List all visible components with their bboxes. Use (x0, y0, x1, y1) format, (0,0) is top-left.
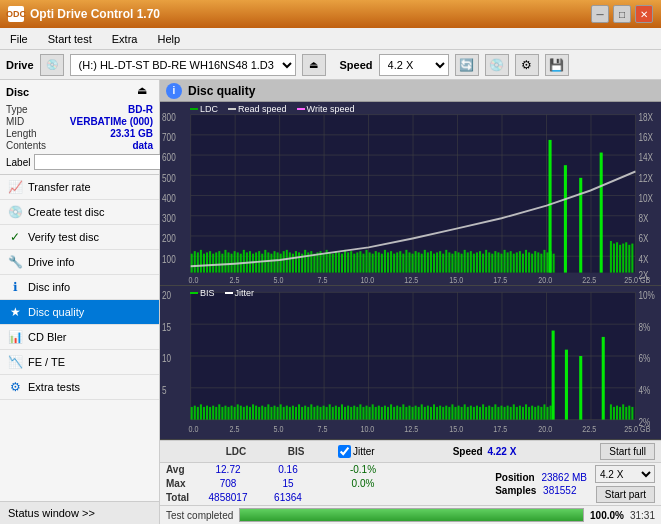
refresh-button[interactable]: 🔄 (455, 54, 479, 76)
disc-mid-value: VERBATIMe (000) (70, 116, 153, 127)
svg-rect-280 (448, 407, 450, 420)
main-layout: Disc ⏏ Type BD-R MID VERBATIMe (000) Len… (0, 80, 661, 524)
svg-rect-71 (347, 252, 349, 272)
menu-file[interactable]: File (4, 31, 34, 47)
jitter-checkbox[interactable] (338, 445, 351, 458)
disc-mid-row: MID VERBATIMe (000) (6, 116, 153, 127)
svg-text:15: 15 (162, 322, 171, 333)
svg-text:20.0: 20.0 (538, 425, 552, 435)
svg-rect-115 (482, 254, 484, 273)
svg-rect-266 (405, 407, 407, 420)
sidebar-item-verify-test-disc[interactable]: ✓ Verify test disc (0, 225, 159, 250)
svg-rect-32 (227, 252, 229, 272)
sidebar-item-disc-quality[interactable]: ★ Disc quality (0, 300, 159, 325)
menu-help[interactable]: Help (151, 31, 186, 47)
svg-rect-206 (221, 407, 223, 420)
sidebar-item-disc-info[interactable]: ℹ Disc info (0, 275, 159, 300)
svg-rect-147 (622, 244, 624, 273)
save-button[interactable]: 💾 (545, 54, 569, 76)
stats-avg-ldc: 12.72 (198, 464, 258, 475)
sidebar-item-create-test-disc[interactable]: 💿 Create test disc (0, 200, 159, 225)
settings-button[interactable]: ⚙ (515, 54, 539, 76)
fe-te-icon: 📉 (8, 355, 22, 369)
svg-rect-216 (252, 405, 254, 420)
sidebar-item-transfer-rate[interactable]: 📈 Transfer rate (0, 175, 159, 200)
sidebar-label-disc-info: Disc info (28, 281, 70, 293)
drive-select[interactable]: (H:) HL-DT-ST BD-RE WH16NS48 1.D3 (70, 54, 296, 76)
eject-button[interactable]: ⏏ (302, 54, 326, 76)
svg-rect-220 (264, 407, 266, 420)
sidebar-item-cd-bler[interactable]: 📊 CD Bler (0, 325, 159, 350)
stats-ldc-header: LDC (206, 446, 266, 457)
start-full-button[interactable]: Start full (600, 443, 655, 460)
svg-rect-92 (412, 254, 414, 273)
menu-extra[interactable]: Extra (106, 31, 144, 47)
svg-rect-122 (504, 250, 506, 273)
sidebar-item-extra-tests[interactable]: ⚙ Extra tests (0, 375, 159, 400)
svg-rect-54 (295, 251, 297, 272)
svg-text:300: 300 (162, 213, 176, 224)
disc-section: Disc ⏏ Type BD-R MID VERBATIMe (000) Len… (0, 80, 159, 175)
svg-rect-34 (234, 251, 236, 272)
svg-rect-228 (289, 407, 291, 420)
svg-rect-309 (537, 406, 539, 420)
speed-select[interactable]: 4.2 X (379, 54, 449, 76)
legend-bis: BIS (190, 288, 215, 298)
svg-rect-23 (200, 250, 202, 273)
disc-label-input[interactable] (34, 154, 167, 170)
disc-length-row: Length 23.31 GB (6, 128, 153, 139)
svg-rect-261 (390, 405, 392, 420)
svg-rect-96 (424, 250, 426, 273)
minimize-button[interactable]: ─ (591, 5, 609, 23)
svg-rect-134 (540, 254, 542, 273)
svg-rect-232 (301, 407, 303, 420)
svg-rect-217 (255, 406, 257, 420)
svg-rect-31 (224, 250, 226, 273)
disc-quality-header: i Disc quality (160, 80, 661, 102)
svg-rect-95 (421, 254, 423, 273)
sidebar-item-drive-info[interactable]: 🔧 Drive info (0, 250, 159, 275)
svg-rect-252 (362, 407, 364, 420)
disc-button[interactable]: 💿 (485, 54, 509, 76)
disc-eject-icon[interactable]: ⏏ (137, 84, 153, 100)
disc-mid-label: MID (6, 116, 24, 127)
svg-rect-245 (341, 405, 343, 420)
svg-rect-105 (451, 254, 453, 273)
svg-rect-265 (402, 405, 404, 420)
maximize-button[interactable]: □ (613, 5, 631, 23)
svg-rect-308 (534, 407, 536, 420)
svg-rect-230 (295, 407, 297, 420)
svg-rect-69 (341, 254, 343, 273)
svg-rect-204 (215, 407, 217, 420)
drive-icon-btn[interactable]: 💿 (40, 54, 64, 76)
svg-rect-65 (329, 252, 331, 272)
samples-row: Samples 381552 (495, 485, 587, 496)
status-window-button[interactable]: Status window >> (0, 501, 159, 524)
start-part-button[interactable]: Start part (596, 486, 655, 503)
svg-rect-107 (458, 252, 460, 272)
svg-rect-79 (372, 254, 374, 273)
svg-rect-28 (215, 252, 217, 272)
svg-rect-63 (323, 254, 325, 273)
svg-text:17.5: 17.5 (493, 425, 507, 435)
svg-rect-87 (396, 252, 398, 272)
svg-rect-149 (628, 245, 630, 273)
stats-data-area: Avg 12.72 0.16 -0.1% Max 708 15 0.0% (160, 463, 661, 505)
svg-text:10%: 10% (639, 290, 655, 301)
svg-rect-322 (622, 405, 624, 420)
close-button[interactable]: ✕ (635, 5, 653, 23)
sidebar-item-fe-te[interactable]: 📉 FE / TE (0, 350, 159, 375)
svg-rect-113 (476, 252, 478, 272)
svg-rect-83 (384, 250, 386, 273)
svg-rect-52 (289, 252, 291, 272)
svg-rect-321 (619, 407, 621, 420)
svg-rect-237 (316, 406, 318, 420)
speed-select-inline[interactable]: 4.2 X (595, 465, 655, 483)
svg-text:14X: 14X (639, 153, 654, 164)
svg-text:20.0: 20.0 (538, 275, 552, 285)
ldc-chart: LDC Read speed Write speed (160, 102, 661, 286)
menu-start-test[interactable]: Start test (42, 31, 98, 47)
stats-max-jitter: 0.0% (338, 478, 388, 489)
disc-contents-row: Contents data (6, 140, 153, 151)
svg-rect-221 (267, 405, 269, 420)
